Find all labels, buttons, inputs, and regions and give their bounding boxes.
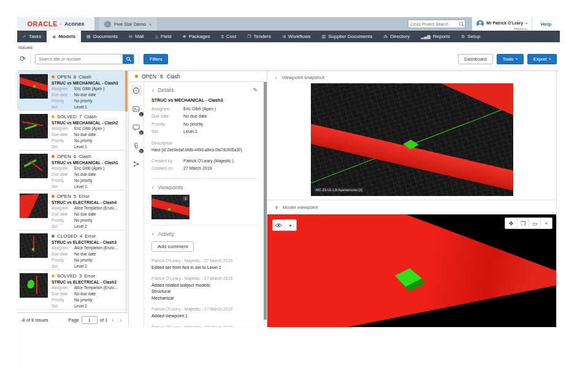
- cost-icon: $: [221, 34, 224, 39]
- tab-tenders[interactable]: ❐Tenders: [242, 31, 277, 42]
- filters-button[interactable]: Filters: [143, 54, 168, 64]
- issue-thumbnail: [20, 194, 48, 218]
- tab-supplier-documents[interactable]: ▥Supplier Documents: [316, 31, 378, 42]
- orbit-cube-icon: ❒: [521, 221, 525, 227]
- cross-project-search-input[interactable]: [410, 22, 459, 26]
- status-dot: [52, 155, 55, 158]
- activity-entry: Patrick O'Leary - Majestic - 27 March 20…: [151, 276, 258, 301]
- tab-setup[interactable]: ⚙Setup: [456, 31, 486, 42]
- registered-mark: ®: [60, 23, 62, 26]
- viewpoint-panel: ∨ Viewpoint snapshot MC-Z3-U1-L3I Aparta…: [267, 71, 557, 327]
- tab-documents[interactable]: ▤Documents: [81, 31, 123, 42]
- issue-thumbnail: [20, 114, 48, 138]
- viewpoint-thumbnail[interactable]: 1: [151, 195, 189, 219]
- caret-down-icon: ▾: [549, 57, 551, 61]
- zoom-out-icon: ▭: [532, 221, 538, 227]
- issues-count: -8 of 8 issues: [21, 317, 48, 323]
- snapshot-caption: MC-Z3-U1-L3I Apartamento [2]: [314, 187, 364, 192]
- aconex-wordmark: Aconex: [64, 21, 85, 27]
- tab-workflows[interactable]: ⇉Workflows: [277, 31, 316, 42]
- zoom-in-button[interactable]: +: [540, 218, 552, 228]
- tab-cost[interactable]: $Cost: [216, 31, 242, 42]
- dashboard-button[interactable]: Dashboard: [458, 54, 493, 64]
- oracle-wordmark: ORACLE: [28, 20, 58, 28]
- issues-search-input[interactable]: [36, 55, 123, 64]
- issue-card-7[interactable]: SOLVED7Clash STRUC vs MECHANICAL - Clash…: [17, 111, 128, 151]
- visibility-button[interactable]: [273, 220, 285, 230]
- user-menu[interactable]: Mr Patrick O'Leary ▾ Majestic: [472, 17, 532, 31]
- orbit-button[interactable]: ❒: [517, 218, 529, 228]
- eye-icon: [275, 223, 282, 228]
- issue-thumbnail: [20, 154, 48, 178]
- status-dot: [52, 235, 55, 238]
- tab-mail[interactable]: ✉Mail: [123, 31, 150, 42]
- search-icon[interactable]: [459, 22, 463, 26]
- issues-search[interactable]: [35, 54, 134, 64]
- search-icon: [126, 57, 130, 61]
- issue-card-5[interactable]: OPEN5Error STRUC vs ELECTRICAL - Clash4 …: [17, 190, 128, 230]
- export-button[interactable]: Export▾: [527, 54, 557, 64]
- zoom-out-button[interactable]: ▭: [529, 218, 540, 228]
- chevron-down-icon: ∨: [149, 22, 151, 26]
- viewpoints-tab[interactable]: 1: [131, 104, 142, 114]
- tasks-icon: ✓: [23, 34, 26, 39]
- pan-button[interactable]: ✥: [505, 218, 517, 228]
- issues-list: OPEN8Clash STRUC vs MECHANICAL - Clash3 …: [17, 71, 128, 327]
- scrollbar-thumb[interactable]: [125, 71, 128, 111]
- model-viewpoint-header[interactable]: ∨ Model viewpoint: [267, 200, 556, 214]
- comment-icon: [132, 124, 140, 131]
- models-icon: ◉: [52, 34, 56, 39]
- detail-icon-rail: i 1 0 0: [129, 82, 144, 327]
- status-dot: [52, 195, 55, 198]
- detail-number: 8: [160, 74, 163, 80]
- status-dot: [52, 75, 55, 78]
- caret-down-icon: ▾: [525, 21, 527, 25]
- user-avatar-icon: [476, 20, 484, 28]
- page-number-input[interactable]: [82, 316, 97, 324]
- activity-entry: Patrick O'Leary - Majestic - 27 March 20…: [151, 258, 258, 271]
- activity-section-header[interactable]: ∨ Activity: [151, 231, 258, 237]
- comments-tab[interactable]: 0: [131, 122, 142, 132]
- project-selector[interactable]: ∴ Five Star Demo ∨: [99, 17, 157, 31]
- next-page-icon[interactable]: ›: [118, 317, 124, 323]
- viewpoint-snapshot-header[interactable]: ∨ Viewpoint snapshot: [267, 71, 556, 83]
- content-panels: OPEN8Clash STRUC vs MECHANICAL - Clash3 …: [17, 70, 557, 326]
- tab-packages[interactable]: ❖Packages: [177, 31, 215, 42]
- tab-directory[interactable]: ⁂Directory: [378, 31, 415, 42]
- expand-toolbar-button[interactable]: ▸: [285, 220, 296, 230]
- add-comment-button[interactable]: Add comment: [151, 241, 194, 252]
- scrollbar-thumb[interactable]: [264, 82, 267, 320]
- tab-field[interactable]: △Field: [150, 31, 177, 42]
- issues-list-scrollbar[interactable]: [125, 71, 128, 312]
- detail-scrollbar[interactable]: [264, 82, 267, 327]
- tab-models[interactable]: ◉Models: [47, 31, 81, 42]
- issue-card-4[interactable]: CLOSED4Error STRUC vs ELECTRICAL - Clash…: [17, 230, 128, 270]
- viewer-toolbar-left: ▸: [272, 219, 297, 231]
- info-tab[interactable]: i: [131, 85, 142, 96]
- utility-bar: ORACLE® Aconex ∴ Five Star Demo ∨ Mr Pat…: [17, 17, 560, 31]
- issue-card-3[interactable]: SOLVED3Error STRUC vs ELECTRICAL - Clash…: [17, 270, 128, 310]
- refresh-icon[interactable]: ⟳: [20, 55, 26, 62]
- prev-page-icon[interactable]: ‹: [110, 317, 115, 323]
- viewpoints-section-header[interactable]: ∨ Viewpoints: [151, 184, 258, 190]
- tab-tasks[interactable]: ✓Tasks: [17, 31, 47, 42]
- tab-reports[interactable]: ▂▄▆Reports: [415, 31, 456, 42]
- project-icon: ∴: [104, 21, 111, 28]
- chevron-down-icon: ∨: [275, 75, 277, 80]
- tools-button[interactable]: Tools▾: [497, 54, 524, 64]
- issue-detail-header: OPEN 8 Clash: [129, 71, 267, 82]
- model-viewer[interactable]: ▸ ✥ ❒ ▭ +: [267, 214, 556, 327]
- page-of: of 1: [100, 317, 108, 323]
- issue-card-8[interactable]: OPEN8Clash STRUC vs MECHANICAL - Clash3 …: [17, 71, 128, 111]
- details-section-header[interactable]: ∨ Details ✎: [151, 87, 258, 93]
- cross-project-search[interactable]: [408, 20, 465, 28]
- branch-icon: [132, 160, 140, 168]
- edit-pencil-icon[interactable]: ✎: [253, 87, 258, 93]
- related-models-tab[interactable]: [131, 159, 142, 169]
- chevron-down-icon: ∨: [151, 88, 154, 92]
- chevron-down-icon: ∨: [151, 232, 154, 236]
- issue-card-6[interactable]: OPEN6Clash STRUC vs MECHANICAL - Clash1 …: [17, 151, 128, 190]
- attachments-tab[interactable]: 0: [131, 140, 142, 151]
- search-button[interactable]: [123, 55, 134, 64]
- help-link[interactable]: Help: [532, 17, 560, 31]
